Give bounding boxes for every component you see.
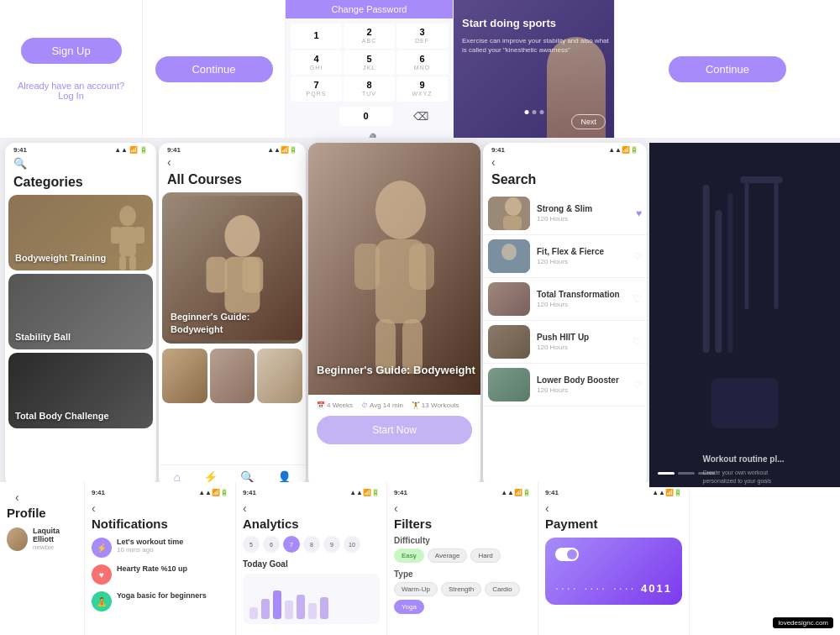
filter-strength[interactable]: Strength (441, 582, 481, 596)
gym-dots-container (649, 464, 840, 475)
category-card-stability[interactable]: Stability Ball (8, 274, 153, 349)
key-2[interactable]: 2ABC (344, 24, 395, 49)
partial-panel: lovedesignc.com (689, 482, 840, 635)
analytics-days: 5 6 7 8 9 10 (243, 536, 380, 553)
payment-dots: ···· ···· ···· (555, 581, 636, 595)
key-4[interactable]: 4GHI (291, 50, 342, 76)
video-title-overlay: Beginner's Guide: Bodyweight (317, 364, 475, 378)
filter-average[interactable]: Average (428, 548, 468, 563)
search-icon[interactable]: 🔍 (5, 154, 156, 173)
notif-item-3: 🧘 Yoga basic for beginners (92, 591, 228, 611)
svg-rect-20 (503, 216, 522, 230)
filters-panel: 9:41 ▲▲📶🔋 ‹ Filters Difficulty Easy Aver… (386, 482, 538, 635)
filter-hard[interactable]: Hard (470, 548, 500, 563)
featured-course-card[interactable]: Beginner's Guide: Bodyweight (162, 192, 302, 344)
search-info-3: Total Transformation 120 Hours (537, 290, 626, 308)
payment-card-bottom: ···· ···· ···· 4011 (555, 581, 672, 595)
next-button[interactable]: Next (571, 114, 606, 129)
key-3[interactable]: 3DEF (396, 24, 448, 49)
key-6[interactable]: 6MNO (396, 50, 448, 76)
gym-dots (658, 472, 832, 475)
sports-panel: Start doing sports Exercise can improve … (454, 0, 615, 138)
video-stat-duration: ⏱ Avg 14 min (361, 401, 403, 409)
sports-title: Start doing sports (462, 17, 614, 31)
video-phone: 9:41 ▲▲📶🔋 ‹ ▶ Beginner's Guide: Bodyweig… (308, 143, 480, 487)
bar-7 (320, 597, 328, 619)
key-1[interactable]: 1 (291, 24, 342, 49)
signup-button[interactable]: Sign Up (21, 38, 122, 64)
payment-card: ···· ···· ···· 4011 (545, 538, 682, 605)
search-item-1[interactable]: Strong & Slim 120 Hours ♥ (483, 192, 647, 235)
key-5[interactable]: 5JKL (344, 50, 395, 76)
day-6[interactable]: 6 (263, 536, 280, 553)
notif-yoga-icon: 🧘 (92, 591, 112, 611)
search-info-2: Fit, Flex & Fierce 120 Hours (537, 247, 626, 265)
svg-rect-27 (741, 176, 783, 183)
heart-icon-3[interactable]: ♡ (633, 293, 642, 305)
continue-button-top[interactable]: Continue (155, 56, 273, 82)
start-now-button[interactable]: Start Now (317, 416, 472, 444)
key-9[interactable]: 9WXYZ (396, 76, 448, 102)
search-info-4: Push HIIT Up 120 Hours (537, 333, 626, 351)
search-title: Search (483, 171, 647, 192)
search-item-3[interactable]: Total Transformation 120 Hours ♡ (483, 278, 647, 321)
key-8[interactable]: 8TUV (344, 76, 395, 102)
svg-rect-25 (716, 210, 722, 353)
heart-icon-5[interactable]: ♡ (633, 379, 642, 391)
allcourses-title: All Courses (159, 171, 306, 192)
day-7[interactable]: 7 (283, 536, 300, 553)
heart-icon-4[interactable]: ♡ (633, 336, 642, 348)
filter-yoga[interactable]: Yoga (394, 600, 424, 614)
svg-rect-5 (129, 255, 136, 270)
analytics-goal-title: Today Goal (243, 559, 380, 569)
allcourses-phone: 9:41 ▲▲📶🔋 ‹ All Courses Beginner's Guide… (159, 143, 306, 487)
svg-point-7 (224, 215, 260, 257)
payment-back-button[interactable]: ‹ (545, 500, 682, 517)
search-item-5[interactable]: Lower Body Booster 120 Hours ♡ (483, 364, 647, 407)
continue-right-panel: Continue (615, 0, 840, 138)
analytics-panel: 9:41 ▲▲📶🔋 ‹ Analytics 5 6 7 8 9 10 Today… (235, 482, 386, 635)
course-thumb-2[interactable] (210, 349, 255, 403)
heart-icon-1[interactable]: ♥ (636, 207, 642, 219)
search-item-4[interactable]: Push HIIT Up 120 Hours ♡ (483, 321, 647, 364)
notifications-title: Notifications (92, 517, 228, 531)
category-label-3: Total Body Challenge (15, 410, 109, 422)
video-hero: 9:41 ▲▲📶🔋 ‹ ▶ Beginner's Guide: Bodyweig… (308, 143, 480, 395)
video-stat-weeks: 📅 4 Weeks (317, 401, 353, 409)
heart-icon-2[interactable]: ♡ (633, 250, 642, 262)
key-7[interactable]: 7PQRS (291, 76, 342, 102)
filter-cardio[interactable]: Cardio (485, 582, 520, 596)
notif-item-2: ♥ Hearty Rate %10 up (92, 564, 228, 585)
key-delete[interactable]: ⌫ (394, 107, 448, 126)
payment-title: Payment (545, 517, 682, 531)
category-label-2: Stability Ball (15, 331, 71, 343)
login-link[interactable]: Log In (58, 91, 84, 101)
search-back-button[interactable]: ‹ (483, 154, 647, 171)
category-card-bodyweight[interactable]: Bodyweight Training (8, 195, 153, 270)
allcourses-status-bar: 9:41 ▲▲📶🔋 (159, 143, 306, 154)
filters-back-button[interactable]: ‹ (394, 500, 531, 517)
search-item-2[interactable]: Fit, Flex & Fierce 120 Hours ♡ (483, 235, 647, 278)
search-thumb-1 (488, 197, 530, 230)
day-10[interactable]: 10 (344, 536, 360, 553)
day-8[interactable]: 8 (303, 536, 320, 553)
notif-back-button[interactable]: ‹ (92, 500, 228, 517)
course-thumb-1[interactable] (162, 349, 207, 403)
filter-easy[interactable]: Easy (394, 548, 424, 563)
payment-status-bar: 9:41 ▲▲📶🔋 (545, 489, 682, 500)
bar-5 (297, 595, 305, 619)
key-0[interactable]: 0 (339, 107, 393, 126)
allcourses-back-button[interactable]: ‹ (159, 154, 306, 171)
category-card-totalbody[interactable]: Total Body Challenge (8, 353, 153, 428)
payment-toggle[interactable] (555, 548, 579, 561)
filter-warmup[interactable]: Warm-Up (394, 582, 438, 596)
gym-dot-1 (658, 472, 675, 475)
continue-button-right[interactable]: Continue (669, 56, 786, 82)
day-5[interactable]: 5 (243, 536, 260, 553)
profile-back-button[interactable]: ‹ (7, 489, 77, 506)
analytics-back-button[interactable]: ‹ (243, 500, 380, 517)
video-bg-person (308, 143, 480, 395)
day-9[interactable]: 9 (323, 536, 340, 553)
course-card-label: Beginner's Guide: Bodyweight (171, 311, 302, 335)
course-thumb-3[interactable] (257, 349, 302, 403)
